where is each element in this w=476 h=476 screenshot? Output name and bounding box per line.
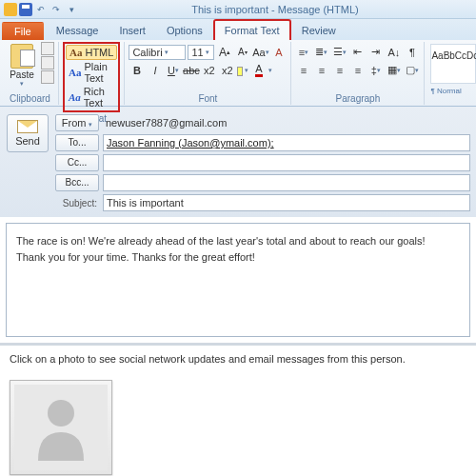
aa-icon: Aa: [69, 91, 81, 103]
ribbon: Paste ▾ Clipboard Aa HTML Aa Plain Text: [0, 40, 476, 107]
save-icon[interactable]: [19, 3, 32, 16]
superscript-button[interactable]: x2: [219, 62, 235, 78]
show-marks-icon[interactable]: ¶: [404, 44, 420, 60]
copy-icon[interactable]: [41, 56, 54, 69]
format-plain-text[interactable]: Aa Plain Text: [66, 60, 117, 85]
highlight-icon[interactable]: [237, 67, 243, 76]
send-button[interactable]: Send: [7, 114, 49, 152]
format-box: Aa HTML Aa Plain Text Aa Rich Text: [63, 42, 120, 112]
increase-indent-icon[interactable]: ⇥: [367, 44, 384, 60]
subject-input[interactable]: This is important: [103, 194, 470, 211]
tab-file[interactable]: File: [2, 22, 44, 40]
paste-icon: [10, 44, 33, 69]
avatar-placeholder-icon: [14, 385, 108, 470]
format-rich-label: Rich Text: [84, 86, 115, 109]
title-bar: ↶ ↷ ▾ This is important - Message (HTML): [0, 0, 476, 19]
from-button[interactable]: From ▾: [55, 114, 99, 131]
send-label: Send: [15, 135, 40, 147]
ribbon-tabs: File Message Insert Options Format Text …: [0, 19, 476, 40]
subject-label: Subject:: [55, 198, 99, 208]
group-styles: AaBbCcDc ¶ Normal AaB ¶ No: [425, 42, 476, 105]
bcc-button[interactable]: Bcc...: [55, 174, 99, 191]
shading-icon[interactable]: ▦▾: [386, 62, 402, 78]
tab-message[interactable]: Message: [46, 20, 109, 40]
clear-formatting-icon[interactable]: A: [270, 44, 287, 60]
underline-button[interactable]: U▾: [165, 62, 181, 78]
contact-card[interactable]: Jason Fanning supervisor: [10, 380, 112, 476]
paragraph-group-label: Paragraph: [295, 92, 420, 105]
clipboard-group-label: Clipboard: [6, 92, 54, 105]
quick-access-toolbar: ↶ ↷ ▾: [4, 3, 78, 16]
font-size-select[interactable]: 11▾: [188, 45, 214, 60]
justify-icon[interactable]: ≡: [349, 62, 366, 78]
grow-font-icon[interactable]: A▴: [216, 44, 232, 60]
line-spacing-icon[interactable]: ‡▾: [367, 62, 384, 78]
font-color-icon[interactable]: A: [250, 62, 267, 78]
bold-button[interactable]: B: [129, 62, 145, 78]
change-case-icon[interactable]: Aa▾: [252, 44, 268, 60]
font-color-dd[interactable]: ▾: [268, 67, 272, 74]
paste-dropdown-icon[interactable]: ▾: [20, 80, 24, 88]
paste-label: Paste: [10, 69, 34, 80]
italic-button[interactable]: I: [147, 62, 163, 78]
format-html[interactable]: Aa HTML: [66, 45, 117, 60]
strikethrough-button[interactable]: abc: [183, 62, 199, 78]
message-body[interactable]: The race is on! We're already ahead of t…: [6, 223, 470, 337]
shrink-font-icon[interactable]: A▾: [234, 44, 250, 60]
from-input: newuser7887@gmail.com: [103, 114, 470, 131]
format-painter-icon[interactable]: [41, 70, 54, 84]
group-clipboard: Paste ▾ Clipboard: [2, 42, 59, 105]
font-family-select[interactable]: Calibri▾: [129, 45, 186, 60]
format-html-label: HTML: [85, 47, 113, 58]
style-normal[interactable]: AaBbCcDc: [430, 44, 476, 84]
address-area: Send From ▾ newuser7887@gmail.com To... …: [0, 107, 476, 217]
bcc-input[interactable]: [103, 174, 470, 191]
format-rich-text[interactable]: Aa Rich Text: [66, 85, 117, 109]
tab-insert[interactable]: Insert: [109, 20, 156, 40]
redo-icon[interactable]: ↷: [50, 3, 63, 16]
group-font: Calibri▾ 11▾ A▴ A▾ Aa▾ A B I U▾ abc x2 x…: [125, 42, 291, 105]
borders-icon[interactable]: ▢▾: [404, 62, 420, 78]
format-plain-label: Plain Text: [84, 61, 114, 84]
outlook-icon[interactable]: [4, 3, 17, 16]
sort-icon[interactable]: A↓: [386, 44, 402, 60]
clipboard-side-buttons: [41, 42, 54, 84]
envelope-icon: [17, 120, 38, 133]
align-left-icon[interactable]: ≡: [295, 62, 311, 78]
cc-button[interactable]: Cc...: [55, 154, 99, 171]
aa-icon: Aa: [69, 67, 81, 78]
bullets-icon[interactable]: ≡▾: [295, 44, 311, 60]
tab-options[interactable]: Options: [156, 20, 213, 40]
body-line-2: Thank you for your time. Thanks for the …: [16, 249, 460, 266]
align-right-icon[interactable]: ≡: [331, 62, 347, 78]
body-line-1: The race is on! We're already ahead of t…: [16, 233, 460, 249]
group-paragraph: ≡▾ ≣▾ ☰▾ ⇤ ⇥ A↓ ¶ ≡ ≡ ≡ ≡ ‡▾ ▦▾ ▢▾: [291, 42, 425, 105]
undo-icon[interactable]: ↶: [34, 3, 48, 16]
svg-point-0: [48, 400, 74, 426]
style-normal-label: ¶ Normal: [430, 87, 476, 95]
cut-icon[interactable]: [41, 42, 54, 55]
highlight-dd[interactable]: ▾: [245, 67, 248, 74]
cc-input[interactable]: [103, 154, 470, 171]
tab-format-text[interactable]: Format Text: [213, 19, 291, 40]
contact-photo-frame: [10, 380, 112, 475]
to-input[interactable]: Jason Fanning (Jason@ymail.com);: [103, 134, 470, 151]
font-group-label: Font: [129, 92, 287, 105]
tab-review[interactable]: Review: [291, 20, 347, 40]
qat-dropdown-icon[interactable]: ▾: [65, 3, 78, 16]
numbering-icon[interactable]: ≣▾: [313, 44, 329, 60]
to-button[interactable]: To...: [55, 134, 99, 151]
aa-icon: Aa: [69, 47, 82, 58]
paste-button[interactable]: Paste ▾: [6, 42, 38, 88]
decrease-indent-icon[interactable]: ⇤: [349, 44, 366, 60]
align-center-icon[interactable]: ≡: [313, 62, 329, 78]
multilevel-icon[interactable]: ☰▾: [331, 44, 347, 60]
people-pane-hint: Click on a photo to see social network u…: [0, 346, 476, 372]
subscript-button[interactable]: x2: [201, 62, 217, 78]
window-title: This is important - Message (HTML): [78, 4, 472, 15]
group-format: Aa HTML Aa Plain Text Aa Rich Text Forma…: [59, 42, 125, 105]
